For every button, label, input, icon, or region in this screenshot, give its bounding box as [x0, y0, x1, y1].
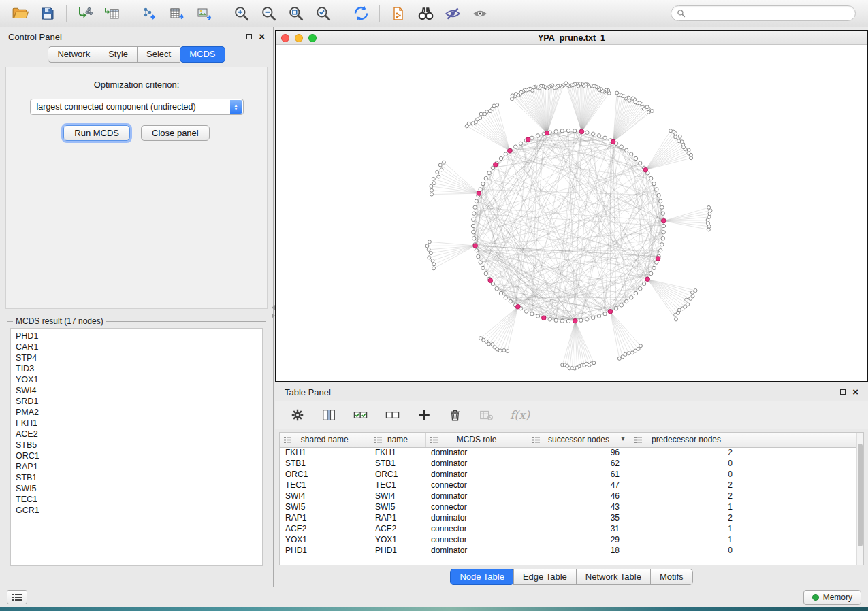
mcds-result-item[interactable]: YOX1 [16, 374, 262, 385]
table-cell[interactable]: STB1 [370, 458, 425, 469]
table-tab-motifs[interactable]: Motifs [650, 569, 693, 585]
zoom-in-button[interactable] [228, 3, 255, 24]
table-cell[interactable]: connector [425, 523, 528, 534]
table-cell[interactable]: connector [425, 480, 528, 491]
float-table-panel-icon[interactable] [840, 389, 846, 395]
network-graph[interactable] [276, 45, 867, 381]
tab-network[interactable]: Network [48, 46, 99, 63]
zoom-fit-button[interactable] [283, 3, 310, 24]
table-cell[interactable]: 2 [630, 512, 743, 523]
table-cell[interactable]: TEC1 [280, 480, 370, 491]
open-file-button[interactable] [7, 3, 34, 24]
delete-column-button[interactable] [448, 408, 462, 423]
mcds-result-item[interactable]: TEC1 [16, 494, 262, 505]
table-row[interactable]: ORC1ORC1dominator610 [280, 469, 858, 480]
table-cell[interactable]: FKH1 [370, 447, 425, 458]
table-cell[interactable]: RAP1 [370, 512, 425, 523]
collapse-left-icon[interactable] [272, 305, 275, 310]
table-cell[interactable]: 1 [630, 523, 743, 534]
mcds-result-item[interactable]: STB1 [16, 472, 262, 483]
table-cell[interactable]: RAP1 [280, 512, 370, 523]
table-cell[interactable]: 2 [630, 491, 743, 501]
import-table-button[interactable] [99, 3, 126, 24]
table-cell[interactable]: YOX1 [370, 534, 425, 545]
table-row[interactable]: STB1STB1dominator620 [280, 458, 858, 469]
table-cell[interactable]: 2 [630, 480, 743, 491]
mcds-result-item[interactable]: RAP1 [16, 461, 262, 472]
expand-right-icon[interactable] [272, 313, 275, 318]
table-cell[interactable]: 0 [630, 469, 743, 480]
close-table-panel-icon[interactable]: × [852, 389, 858, 395]
mcds-result-item[interactable]: TID3 [16, 363, 262, 374]
table-cell[interactable]: YOX1 [280, 534, 370, 545]
table-cell[interactable]: ACE2 [280, 523, 370, 534]
table-cell[interactable]: SWI5 [370, 501, 425, 512]
network-window-titlebar[interactable]: YPA_prune.txt_1 [276, 31, 867, 45]
tab-mcds[interactable]: MCDS [180, 46, 225, 63]
table-cell[interactable]: dominator [425, 469, 528, 480]
table-cell[interactable]: 1 [630, 501, 743, 512]
table-cell[interactable]: dominator [425, 447, 528, 458]
export-network-button[interactable] [136, 3, 163, 24]
table-cell[interactable]: dominator [425, 458, 528, 469]
table-cell[interactable]: ACE2 [370, 523, 425, 534]
tab-select[interactable]: Select [137, 46, 180, 63]
deselect-all-rows-button[interactable] [385, 408, 400, 423]
mcds-result-item[interactable]: ACE2 [16, 429, 262, 440]
column-header-name[interactable]: name [370, 433, 425, 447]
table-cell[interactable]: SWI4 [280, 491, 370, 501]
mcds-result-item[interactable]: SRD1 [16, 396, 262, 407]
close-panel-button[interactable]: Close panel [141, 125, 210, 141]
export-image-button[interactable] [191, 3, 218, 24]
mcds-result-item[interactable]: FKH1 [16, 418, 262, 429]
table-cell[interactable]: SWI4 [370, 491, 425, 501]
column-header-shared-name[interactable]: shared name [280, 433, 370, 447]
mcds-result-item[interactable]: STB5 [16, 440, 262, 450]
table-cell[interactable]: 29 [528, 534, 630, 545]
search-field[interactable] [671, 5, 856, 21]
table-cell[interactable]: PHD1 [280, 545, 370, 556]
table-cell[interactable]: 46 [528, 491, 630, 501]
table-row[interactable]: FKH1FKH1dominator962 [280, 447, 858, 458]
table-cell[interactable]: 0 [630, 545, 743, 556]
zoom-out-button[interactable] [255, 3, 283, 24]
table-row[interactable]: TEC1TEC1connector472 [280, 480, 858, 491]
status-menu-button[interactable] [7, 590, 27, 604]
table-cell[interactable]: connector [425, 501, 528, 512]
add-column-button[interactable] [417, 408, 432, 423]
table-tab-edge-table[interactable]: Edge Table [513, 569, 577, 585]
table-cell[interactable]: 96 [528, 447, 630, 458]
float-panel-icon[interactable] [246, 34, 252, 39]
document-share-button[interactable] [385, 3, 412, 24]
column-header-successor-nodes[interactable]: successor nodes ▾ [528, 433, 630, 447]
table-cell[interactable]: 0 [630, 458, 743, 469]
table-cell[interactable]: dominator [425, 545, 528, 556]
table-row[interactable]: PHD1PHD1dominator180 [280, 545, 858, 556]
search-network-button[interactable] [412, 3, 439, 24]
table-row[interactable]: ACE2ACE2connector311 [280, 523, 858, 534]
table-cell[interactable]: 61 [528, 469, 630, 480]
table-cell[interactable]: dominator [425, 512, 528, 523]
table-settings-button[interactable] [290, 408, 305, 423]
table-cell[interactable]: TEC1 [370, 480, 425, 491]
table-cell[interactable]: ORC1 [370, 469, 425, 480]
mcds-result-item[interactable]: PHD1 [16, 331, 262, 342]
zoom-selected-button[interactable] [310, 3, 337, 24]
hide-details-button[interactable] [439, 3, 466, 24]
table-cell[interactable]: PHD1 [370, 545, 425, 556]
import-network-button[interactable] [71, 3, 99, 24]
table-row[interactable]: SWI5SWI5connector431 [280, 501, 858, 512]
table-cell[interactable]: 62 [528, 458, 630, 469]
column-header-mcds-role[interactable]: MCDS role [425, 433, 528, 447]
table-cell[interactable]: 31 [528, 523, 630, 534]
optimization-criterion-dropdown[interactable]: largest connected component (undirected)… [30, 99, 244, 115]
mcds-result-item[interactable]: ORC1 [16, 450, 262, 461]
table-scrollbar[interactable] [856, 433, 863, 565]
table-cell[interactable]: FKH1 [280, 447, 370, 458]
mcds-result-item[interactable]: GCR1 [16, 505, 262, 516]
search-input[interactable] [689, 9, 850, 18]
tab-style[interactable]: Style [99, 46, 138, 63]
run-mcds-button[interactable]: Run MCDS [63, 125, 130, 141]
mcds-result-item[interactable]: CAR1 [16, 342, 262, 352]
mcds-result-item[interactable]: SWI4 [16, 385, 262, 396]
